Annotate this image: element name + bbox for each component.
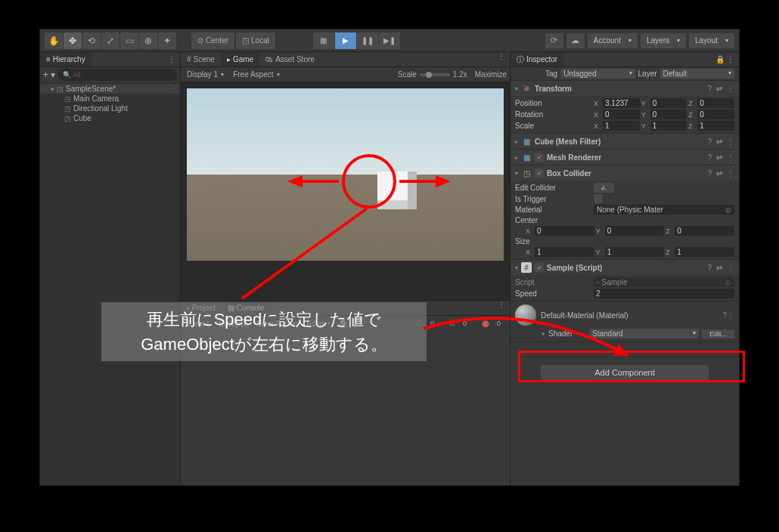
- add-component-button[interactable]: Add Component: [541, 365, 709, 380]
- material-preview: [515, 305, 536, 326]
- preset-icon[interactable]: ⇄: [716, 85, 722, 93]
- size-label: Size: [515, 237, 591, 246]
- tab-asset-store[interactable]: 🛍Asset Store: [259, 52, 321, 66]
- is-trigger-label: Is Trigger: [515, 195, 591, 203]
- mesh-filter-icon: ▦: [521, 136, 532, 147]
- help-icon[interactable]: ?: [707, 85, 712, 93]
- physic-mat-label: Material: [515, 206, 591, 214]
- material-section: Default-Material (Material) ?⋮ ▸ Shader …: [511, 302, 739, 342]
- tag-dropdown[interactable]: Untagged: [560, 69, 635, 79]
- custom-tool[interactable]: ✦: [158, 32, 176, 49]
- error-count[interactable]: ⬤0: [476, 320, 507, 327]
- cube-object: [377, 172, 417, 209]
- layer-label: Layer: [638, 70, 657, 78]
- collab-button[interactable]: ⟳: [545, 33, 563, 48]
- box-collider-enable[interactable]: [535, 169, 544, 178]
- mesh-renderer-icon: ▦: [521, 152, 532, 162]
- create-dropdown[interactable]: + ▾: [43, 70, 55, 80]
- col-sx[interactable]: 1: [535, 247, 594, 257]
- scale-tool[interactable]: ⤢: [101, 32, 119, 49]
- rot-y[interactable]: 0: [650, 110, 687, 119]
- center-menu[interactable]: ⋮: [493, 52, 510, 66]
- mesh-filter-header[interactable]: ▸ ▦ Cube (Mesh Filter) ?⇄⋮: [511, 134, 739, 149]
- hierarchy-tab[interactable]: ≡Hierarchy: [40, 52, 92, 66]
- script-enable[interactable]: [535, 263, 544, 272]
- col-cz[interactable]: 0: [675, 226, 734, 236]
- edit-collider-button[interactable]: ፈ: [594, 183, 614, 193]
- warn-count[interactable]: ⚠0: [443, 320, 473, 327]
- hierarchy-item-cube[interactable]: ◳Cube: [40, 113, 180, 123]
- is-trigger-checkbox[interactable]: [594, 194, 603, 203]
- maximize-toggle[interactable]: Maximize: [475, 70, 507, 79]
- col-cx[interactable]: 0: [535, 226, 594, 236]
- pivot-mode[interactable]: ⊙Center: [191, 32, 234, 49]
- inspector-tab[interactable]: ⓘInspector: [511, 52, 563, 66]
- script-field: ▫Sample⊙: [594, 277, 734, 287]
- tab-game[interactable]: ▸Game: [221, 52, 259, 66]
- speed-label: Speed: [515, 289, 591, 298]
- console-menu[interactable]: ⋮: [493, 301, 510, 315]
- scl-z[interactable]: 1: [697, 121, 734, 131]
- scl-y[interactable]: 1: [650, 121, 687, 131]
- col-sz[interactable]: 1: [675, 247, 734, 257]
- rot-x[interactable]: 0: [603, 110, 640, 119]
- hierarchy-menu[interactable]: ⋮: [163, 55, 180, 63]
- edit-shader-button[interactable]: Edit...: [702, 329, 734, 339]
- annotation-arrow-left-line: [301, 180, 339, 183]
- col-sy[interactable]: 1: [605, 247, 665, 257]
- viewport: [187, 88, 504, 261]
- script-component: ▾ # Sample (Script) ?⇄⋮ Script ▫Sample⊙ …: [511, 260, 739, 302]
- aspect-dropdown[interactable]: Free Aspect: [230, 70, 395, 79]
- scene-item[interactable]: ▾◳SampleScene* ⋮: [40, 84, 180, 94]
- annotation-text: 再生前にSpeedに設定した値で GameObjectが左右に移動する。: [101, 302, 427, 361]
- hand-tool[interactable]: ✋: [45, 32, 63, 49]
- shader-dropdown[interactable]: Standard: [589, 329, 699, 339]
- move-tool[interactable]: ✥: [64, 32, 82, 49]
- rot-z[interactable]: 0: [697, 110, 734, 119]
- position-label: Position: [515, 99, 591, 107]
- col-cy[interactable]: 0: [605, 226, 665, 236]
- step-button[interactable]: ▶❚: [379, 32, 400, 49]
- script-label: Script: [515, 278, 591, 286]
- rotate-tool[interactable]: ⟲: [82, 32, 101, 49]
- layout-dropdown[interactable]: Layout: [689, 33, 734, 48]
- hierarchy-item-camera[interactable]: ◳Main Camera: [40, 94, 180, 104]
- inspector-lock[interactable]: 🔒 ⋮: [711, 55, 739, 63]
- script-icon: #: [521, 262, 532, 273]
- rotation-label: Rotation: [515, 110, 591, 119]
- pos-x[interactable]: 3.1237: [603, 98, 640, 108]
- mesh-renderer-enable[interactable]: [535, 153, 544, 162]
- scale-slider[interactable]: [420, 73, 450, 76]
- menu-icon[interactable]: ⋮: [727, 85, 734, 93]
- play-button[interactable]: ▶: [335, 32, 356, 49]
- mesh-renderer-header[interactable]: ▸ ▦ Mesh Renderer ?⇄⋮: [511, 150, 739, 165]
- transform-icon: ⚞: [521, 83, 532, 94]
- physic-mat-field[interactable]: None (Physic Mater⊙: [594, 205, 734, 215]
- tag-label: Tag: [545, 70, 557, 78]
- edit-collider-label: Edit Collider: [515, 184, 591, 192]
- cloud-button[interactable]: ☁: [566, 33, 585, 48]
- speed-field[interactable]: 2: [594, 289, 734, 298]
- hierarchy-search[interactable]: 🔍All: [58, 69, 177, 81]
- layers-dropdown[interactable]: Layers: [641, 33, 686, 48]
- snap-toggle[interactable]: ▦: [313, 32, 334, 49]
- pos-z[interactable]: 0: [697, 98, 734, 108]
- account-dropdown[interactable]: Account: [588, 33, 638, 48]
- pos-y[interactable]: 0: [650, 98, 687, 108]
- center-panel: #Scene ▸Game 🛍Asset Store ⋮ Display 1 Fr…: [181, 52, 511, 485]
- scale-label: Scale: [398, 70, 417, 79]
- scl-x[interactable]: 1: [603, 121, 640, 131]
- rect-tool[interactable]: ▭: [120, 32, 138, 49]
- scale-value: 1.2x: [453, 70, 467, 79]
- unity-editor-window: ✋ ✥ ⟲ ⤢ ▭ ⊕ ✦ ⊙Center ◳Local ▦ ▶ ❚❚ ▶❚ ⟳…: [39, 29, 740, 486]
- shader-label: Shader: [548, 329, 586, 338]
- pause-button[interactable]: ❚❚: [357, 32, 378, 49]
- material-name: Default-Material (Material): [541, 311, 628, 320]
- tab-scene[interactable]: #Scene: [181, 52, 221, 66]
- space-mode[interactable]: ◳Local: [236, 32, 275, 49]
- hierarchy-item-light[interactable]: ◳Directional Light: [40, 104, 180, 113]
- display-dropdown[interactable]: Display 1: [184, 70, 227, 79]
- transform-tool[interactable]: ⊕: [139, 32, 157, 49]
- annotation-arrow-right-line: [399, 180, 437, 183]
- layer-dropdown[interactable]: Default: [660, 69, 734, 79]
